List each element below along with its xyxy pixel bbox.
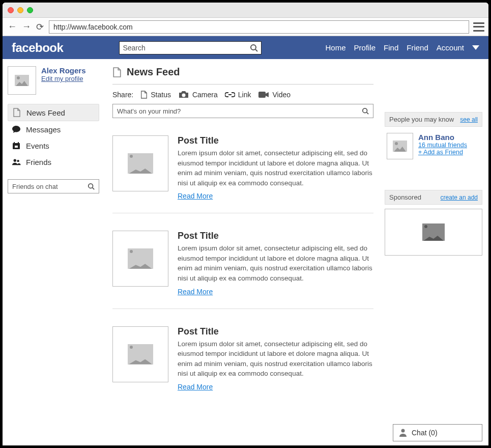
read-more-link[interactable]: Read More — [178, 192, 213, 200]
nav-messages[interactable]: Messages — [8, 121, 99, 137]
nav-label: Messages — [26, 125, 61, 134]
svg-point-8 — [89, 184, 93, 188]
add-friend-link[interactable]: + Add as Friend — [418, 149, 467, 156]
chat-bar[interactable]: Chat (0) — [393, 424, 482, 441]
svg-point-7 — [17, 160, 19, 162]
chat-icon — [12, 125, 21, 134]
image-placeholder-icon — [128, 344, 153, 365]
nav-events[interactable]: Events — [8, 137, 99, 154]
share-video[interactable]: Video — [258, 91, 291, 99]
file-icon — [112, 68, 122, 77]
browser-menu-button[interactable] — [473, 22, 484, 32]
see-all-link[interactable]: see all — [460, 116, 478, 123]
post-thumbnail[interactable] — [112, 326, 168, 382]
svg-rect-4 — [18, 142, 19, 144]
post-body-text: Lorem ipsum dolor sit amet, consectetur … — [178, 148, 373, 188]
share-camera[interactable]: Camera — [178, 91, 218, 99]
maximize-window-button[interactable] — [27, 7, 33, 13]
person-icon — [398, 428, 408, 437]
share-status[interactable]: Status — [140, 91, 171, 99]
camera-icon — [178, 91, 189, 99]
image-placeholder-icon — [422, 223, 445, 241]
profile-avatar[interactable] — [8, 66, 36, 95]
edit-profile-link[interactable]: Edit my profile — [41, 75, 86, 82]
svg-line-1 — [255, 49, 257, 51]
share-link[interactable]: Link — [225, 91, 251, 99]
reload-button[interactable]: ⟳ — [35, 21, 45, 33]
nav-label: Events — [26, 142, 49, 150]
close-window-button[interactable] — [8, 7, 14, 13]
post-thumbnail[interactable] — [112, 231, 168, 287]
url-input[interactable]: http://www.facebook.com — [49, 20, 469, 34]
svg-rect-5 — [15, 146, 18, 148]
file-icon — [140, 91, 148, 99]
nav-friends[interactable]: Friends — [8, 154, 99, 170]
sponsored-header: Sponsored create an add — [385, 190, 482, 205]
url-text: http://www.facebook.com — [53, 23, 133, 31]
svg-point-12 — [363, 108, 367, 113]
create-ad-link[interactable]: create an add — [441, 194, 478, 201]
friend-suggestion: Ann Bano 16 mutual friends + Add as Frie… — [385, 127, 482, 170]
forward-button[interactable]: → — [21, 21, 32, 33]
people-icon — [12, 157, 21, 166]
top-nav: Home Profile Find Friend Account — [326, 43, 479, 52]
status-input[interactable]: What's on your mind? — [112, 104, 373, 118]
feed-post: Post Title Lorem ipsum dolor sit amet, c… — [112, 321, 373, 404]
post-thumbnail[interactable] — [112, 135, 168, 191]
suggestion-avatar[interactable] — [387, 133, 413, 159]
search-input[interactable]: Search — [119, 41, 262, 54]
feed-post: Post Title Lorem ipsum dolor sit amet, c… — [112, 130, 373, 213]
image-placeholder-icon — [393, 141, 407, 152]
nav-home[interactable]: Home — [326, 43, 346, 52]
chat-search-placeholder: Friends on chat — [12, 183, 88, 190]
nav-find[interactable]: Find — [384, 43, 398, 52]
svg-point-14 — [401, 429, 405, 433]
left-sidebar: Alex Rogers Edit my profile News Feed Me… — [3, 59, 104, 445]
image-placeholder-icon — [15, 75, 29, 86]
share-option-label: Video — [272, 91, 291, 99]
nav-friend[interactable]: Friend — [407, 43, 428, 52]
svg-rect-3 — [14, 142, 15, 144]
left-nav: News Feed Messages Events Friends — [8, 104, 99, 170]
facebook-logo[interactable]: facebook — [12, 41, 63, 55]
suggestion-name[interactable]: Ann Bano — [418, 133, 467, 142]
share-row: Share: Status Camera Link Video — [112, 85, 373, 104]
nav-label: Friends — [26, 158, 51, 166]
video-icon — [258, 91, 269, 98]
main-column: News Feed Share: Status Camera Link — [104, 59, 382, 445]
back-button[interactable]: ← — [7, 21, 18, 33]
nav-account[interactable]: Account — [437, 43, 464, 52]
svg-point-0 — [251, 45, 256, 50]
mutual-friends-link[interactable]: 16 mutual friends — [418, 142, 467, 149]
link-icon — [225, 91, 235, 98]
file-icon — [12, 108, 21, 117]
svg-line-13 — [367, 113, 369, 115]
post-title: Post Title — [178, 231, 373, 241]
svg-line-9 — [93, 188, 95, 190]
window-controls — [8, 7, 33, 13]
share-option-label: Link — [238, 91, 251, 99]
svg-point-6 — [14, 159, 16, 162]
account-dropdown-icon[interactable] — [472, 45, 479, 50]
panel-title: People you may know — [389, 116, 454, 123]
profile-summary: Alex Rogers Edit my profile — [8, 66, 99, 95]
browser-window: ← → ⟳ http://www.facebook.com facebook S… — [3, 3, 488, 445]
friends-chat-search[interactable]: Friends on chat — [8, 179, 99, 193]
profile-username[interactable]: Alex Rogers — [41, 66, 86, 75]
share-option-label: Camera — [192, 91, 218, 99]
sponsored-ad[interactable] — [385, 209, 482, 256]
svg-point-10 — [182, 94, 185, 97]
read-more-link[interactable]: Read More — [178, 288, 213, 296]
nav-profile[interactable]: Profile — [354, 43, 376, 52]
share-label: Share: — [112, 91, 133, 99]
search-icon — [250, 44, 258, 52]
status-placeholder: What's on your mind? — [117, 107, 362, 115]
nav-news-feed[interactable]: News Feed — [8, 104, 99, 121]
share-option-label: Status — [151, 91, 171, 99]
read-more-link[interactable]: Read More — [178, 383, 213, 391]
page-title-row: News Feed — [112, 66, 373, 85]
window-titlebar — [3, 3, 488, 18]
search-placeholder: Search — [123, 44, 250, 52]
people-you-may-know-header: People you may know see all — [385, 112, 482, 127]
minimize-window-button[interactable] — [17, 7, 23, 13]
